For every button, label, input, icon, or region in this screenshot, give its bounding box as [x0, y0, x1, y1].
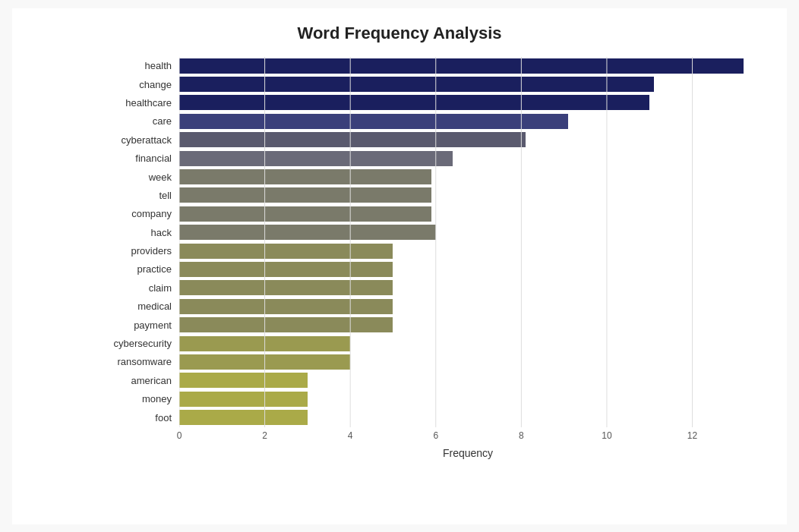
bar-label: medical [103, 297, 172, 316]
bar-fill [179, 151, 453, 166]
bar-fill [179, 392, 308, 407]
bar-fill [179, 187, 431, 203]
x-axis-title: Frequency [179, 447, 756, 459]
bar-fill [179, 77, 654, 92]
bar-row [179, 93, 756, 112]
bar-label: company [103, 205, 172, 223]
bar-label: cybersecurity [103, 335, 172, 353]
bars-container [179, 57, 756, 427]
bar-fill [179, 299, 393, 314]
bar-fill [179, 95, 649, 110]
bar-label: week [103, 168, 172, 186]
bar-fill [179, 169, 431, 184]
bar-label: payment [103, 316, 172, 334]
bar-fill [179, 206, 431, 222]
bar-row [179, 150, 756, 168]
bar-label: tell [103, 186, 172, 204]
bar-label: practice [103, 260, 172, 279]
bar-row [179, 112, 756, 131]
bar-row [179, 316, 756, 334]
bar-fill [179, 225, 436, 240]
bar-label: care [103, 112, 172, 131]
bar-fill [179, 132, 526, 147]
y-axis-labels: healthchangehealthcarecarecyberattackfin… [103, 57, 179, 427]
x-axis-ticks: 024681012 [179, 430, 756, 445]
bar-row [179, 408, 756, 427]
bar-row [179, 205, 756, 223]
bar-fill [179, 262, 393, 277]
x-tick-label: 2 [262, 430, 267, 441]
x-axis-title-row: Frequency [103, 447, 756, 459]
x-axis: 024681012 [103, 430, 756, 445]
bar-fill [179, 354, 350, 370]
bar-row [179, 279, 756, 297]
bar-fill [179, 336, 350, 351]
bar-fill [179, 373, 308, 388]
bar-label: money [103, 390, 172, 408]
bar-row [179, 75, 756, 93]
bar-row [179, 353, 756, 371]
x-tick-label: 10 [602, 430, 611, 441]
x-tick-label: 6 [433, 430, 438, 441]
bar-label: cyberattack [103, 131, 172, 149]
plot-area [179, 57, 756, 427]
bar-fill [179, 244, 393, 259]
x-tick-label: 0 [177, 430, 182, 441]
bar-fill [179, 410, 308, 425]
bar-row [179, 186, 756, 204]
chart-container: Word Frequency Analysis healthchangeheal… [12, 8, 787, 524]
bar-label: change [103, 75, 172, 93]
x-tick-label: 12 [687, 430, 697, 441]
bar-label: health [103, 57, 172, 75]
bar-row [179, 57, 756, 75]
bar-row [179, 297, 756, 316]
bar-fill [179, 58, 744, 74]
bar-label: hack [103, 223, 172, 241]
bar-label: claim [103, 279, 172, 297]
bar-fill [179, 280, 393, 295]
x-tick-label: 4 [348, 430, 353, 441]
bar-fill [179, 317, 393, 332]
bar-label: american [103, 371, 172, 389]
bar-row [179, 131, 756, 149]
bar-label: ransomware [103, 353, 172, 371]
bar-row [179, 335, 756, 353]
bar-row [179, 371, 756, 389]
bar-row [179, 223, 756, 241]
bar-row [179, 168, 756, 186]
bar-fill [179, 114, 568, 129]
bar-label: foot [103, 408, 172, 427]
bar-row [179, 242, 756, 260]
bar-label: healthcare [103, 93, 172, 112]
bar-row [179, 390, 756, 408]
x-tick-label: 8 [519, 430, 524, 441]
bar-label: financial [103, 150, 172, 168]
bar-label: providers [103, 242, 172, 260]
bar-row [179, 260, 756, 279]
chart-title: Word Frequency Analysis [43, 24, 756, 43]
